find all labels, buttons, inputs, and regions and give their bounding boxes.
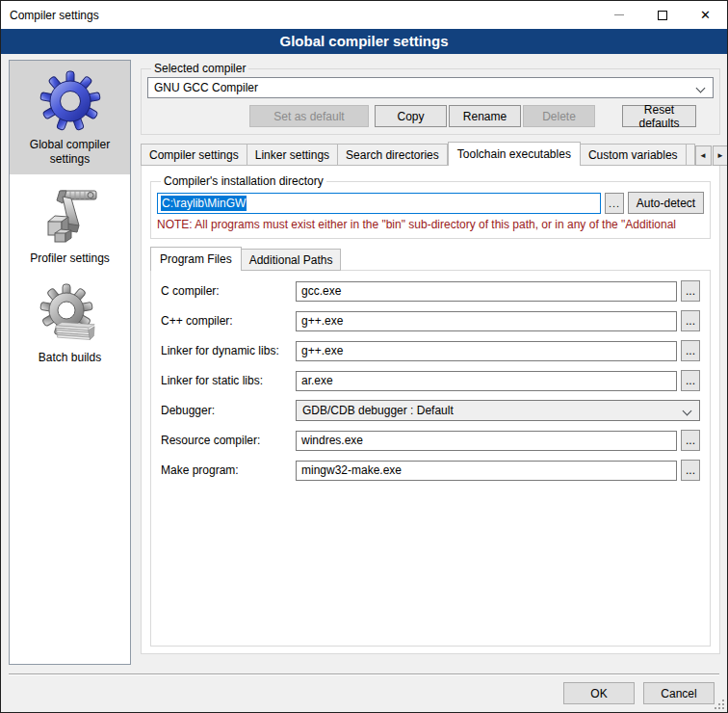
cancel-button[interactable]: Cancel	[643, 682, 715, 704]
settings-tab-bar: Compiler settings Linker settings Search…	[141, 142, 720, 166]
main-panel: Selected compiler GNU GCC Compiler Set a…	[141, 62, 720, 654]
debugger-select-value: GDB/CDB debugger : Default	[302, 404, 454, 417]
close-button[interactable]: ✕	[684, 1, 727, 29]
caliper-icon	[39, 184, 101, 246]
tab-scroll-left-icon[interactable]: ◄	[695, 145, 712, 166]
tab-build-options[interactable]: Build	[687, 144, 695, 166]
field-row-debugger: Debugger: GDB/CDB debugger : Default	[161, 400, 700, 421]
sidebar-item-profiler-settings[interactable]: Profiler settings	[10, 174, 130, 274]
title-bar[interactable]: Compiler settings ✕	[1, 1, 727, 29]
compiler-buttons-row: Set as default Copy Rename Delete Reset …	[147, 105, 714, 127]
install-dir-row: C:\raylib\MinGW ... Auto-detect	[157, 192, 704, 214]
settings-category-list[interactable]: Global compiler settings	[9, 60, 131, 665]
tab-scrollers: ◄ ►	[695, 145, 728, 166]
sidebar-item-label: Global compiler settings	[12, 138, 128, 167]
compiler-settings-dialog: Compiler settings ✕ Global compiler sett…	[0, 0, 728, 713]
linker-static-browse-button[interactable]: ...	[681, 370, 700, 391]
copy-button[interactable]: Copy	[375, 105, 447, 127]
blue-gear-icon	[39, 70, 101, 132]
chevron-down-icon	[683, 407, 692, 416]
linker-static-label: Linker for static libs:	[161, 374, 296, 387]
toolchain-executables-page: Compiler's installation directory C:\ray…	[141, 165, 720, 654]
compiler-select-value: GNU GCC Compiler	[154, 81, 258, 94]
delete-button[interactable]: Delete	[523, 105, 595, 127]
linker-dynamic-label: Linker for dynamic libs:	[161, 344, 296, 357]
install-dir-input[interactable]: C:\raylib\MinGW	[157, 193, 601, 214]
maximize-icon	[658, 11, 667, 20]
auto-detect-button[interactable]: Auto-detect	[628, 192, 704, 214]
footer-separator	[9, 673, 719, 675]
selected-compiler-group-label: Selected compiler	[151, 62, 248, 75]
dialog-content: Global compiler settings	[1, 54, 727, 712]
banner-title: Global compiler settings	[1, 29, 727, 54]
debugger-label: Debugger:	[161, 404, 296, 417]
linker-static-input[interactable]	[296, 371, 677, 391]
program-files-page: C compiler: ... C++ compiler: ... Linker…	[150, 270, 711, 647]
cpp-compiler-input[interactable]	[296, 311, 677, 331]
make-program-browse-button[interactable]: ...	[681, 460, 700, 481]
tab-scroll-right-icon[interactable]: ►	[713, 145, 728, 166]
field-row-linker-static: Linker for static libs: ...	[161, 370, 700, 391]
cpp-compiler-label: C++ compiler:	[161, 314, 296, 328]
caption-buttons: ✕	[597, 1, 727, 29]
compiler-select[interactable]: GNU GCC Compiler	[147, 77, 714, 98]
tab-toolchain-executables[interactable]: Toolchain executables	[448, 142, 581, 166]
chevron-down-icon	[696, 84, 706, 93]
linker-dynamic-input[interactable]	[296, 341, 677, 361]
selected-compiler-group: Selected compiler GNU GCC Compiler Set a…	[141, 62, 720, 135]
resource-compiler-label: Resource compiler:	[161, 434, 296, 447]
tab-linker-settings[interactable]: Linker settings	[247, 144, 338, 166]
toolchain-subtab-bar: Program Files Additional Paths	[150, 248, 711, 271]
field-row-resource-compiler: Resource compiler: ...	[161, 430, 700, 451]
install-dir-group-label: Compiler's installation directory	[161, 174, 326, 188]
set-as-default-button[interactable]: Set as default	[249, 105, 369, 127]
field-row-make-program: Make program: ...	[161, 460, 700, 481]
make-program-label: Make program:	[161, 463, 296, 477]
install-dir-group: Compiler's installation directory C:\ray…	[150, 174, 711, 239]
install-dir-note: NOTE: All programs must exist either in …	[157, 218, 704, 231]
rename-button[interactable]: Rename	[449, 105, 521, 127]
c-compiler-input[interactable]	[296, 281, 677, 302]
minimize-button[interactable]	[597, 1, 640, 29]
close-icon: ✕	[700, 9, 711, 21]
minimize-icon	[614, 14, 624, 15]
sidebar-item-label: Batch builds	[12, 351, 128, 365]
field-row-linker-dynamic: Linker for dynamic libs: ...	[161, 340, 700, 361]
tab-search-directories[interactable]: Search directories	[338, 144, 448, 166]
reset-defaults-button[interactable]: Reset defaults	[622, 105, 696, 127]
window-title: Compiler settings	[1, 9, 99, 22]
resource-compiler-input[interactable]	[296, 431, 677, 451]
sidebar-item-label: Profiler settings	[12, 251, 128, 266]
tab-compiler-settings[interactable]: Compiler settings	[141, 144, 247, 166]
resize-grip-icon[interactable]	[713, 698, 724, 709]
c-compiler-browse-button[interactable]: ...	[681, 280, 700, 302]
subtab-additional-paths[interactable]: Additional Paths	[242, 249, 342, 271]
ok-button[interactable]: OK	[563, 682, 635, 704]
linker-dynamic-browse-button[interactable]: ...	[681, 340, 700, 361]
install-dir-browse-button[interactable]: ...	[605, 193, 624, 214]
field-row-cpp-compiler: C++ compiler: ...	[161, 310, 700, 331]
c-compiler-label: C compiler:	[161, 284, 296, 298]
debugger-select[interactable]: GDB/CDB debugger : Default	[296, 400, 700, 421]
maximize-button[interactable]	[640, 1, 684, 29]
cpp-compiler-browse-button[interactable]: ...	[681, 310, 700, 331]
tab-custom-variables[interactable]: Custom variables	[581, 144, 687, 166]
subtab-program-files[interactable]: Program Files	[150, 247, 242, 271]
resource-compiler-browse-button[interactable]: ...	[681, 430, 700, 451]
field-row-c-compiler: C compiler: ...	[161, 280, 700, 302]
sidebar-item-batch-builds[interactable]: Batch builds	[10, 274, 130, 373]
make-program-input[interactable]	[296, 461, 677, 481]
install-dir-selected-text: C:\raylib\MinGW	[161, 196, 247, 211]
sidebar-item-global-compiler-settings[interactable]: Global compiler settings	[10, 61, 130, 174]
gray-gear-papers-icon	[39, 283, 101, 345]
